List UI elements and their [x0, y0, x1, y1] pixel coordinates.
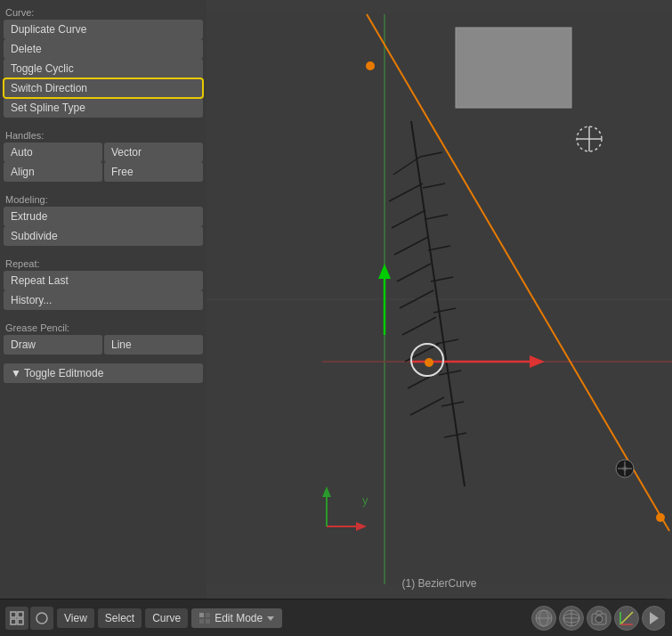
svg-rect-55 — [199, 619, 204, 624]
svg-rect-5 — [456, 28, 571, 108]
scene-icon[interactable] — [5, 607, 28, 630]
curve-menu-button[interactable]: Curve — [145, 608, 188, 628]
svg-rect-56 — [206, 619, 210, 624]
switch-direction-button[interactable]: Switch Direction — [4, 78, 203, 98]
svg-point-35 — [425, 358, 433, 367]
toggle-cyclic-button[interactable]: Toggle Cyclic — [4, 59, 203, 78]
sphere-icon[interactable] — [531, 606, 556, 631]
svg-rect-49 — [18, 612, 23, 617]
bezier-info: (1) BezierCurve — [401, 577, 476, 590]
sidebar: Curve: Duplicate Curve Delete Toggle Cyc… — [0, 0, 206, 599]
toggle-editmode-button[interactable]: ▼ Toggle Editmode — [4, 363, 203, 383]
grease-pencil-section: Grease Pencil: Draw Line — [4, 319, 203, 355]
free-button[interactable]: Free — [104, 162, 203, 182]
svg-rect-50 — [11, 619, 16, 624]
vector-button[interactable]: Vector — [104, 143, 203, 162]
viewport[interactable]: y (1) BezierCurve — [206, 0, 672, 599]
select-menu-button[interactable]: Select — [98, 608, 142, 628]
repeat-section: Repeat: Repeat Last History... — [4, 255, 203, 310]
mode-dropdown-icon — [266, 614, 275, 623]
modeling-section: Modeling: Extrude Subdivide — [4, 191, 203, 246]
repeat-last-button[interactable]: Repeat Last — [4, 271, 203, 290]
bottom-right-icons — [531, 606, 667, 631]
svg-rect-51 — [18, 619, 23, 624]
curve-section: Curve: Duplicate Curve Delete Toggle Cyc… — [4, 4, 203, 118]
draw-button[interactable]: Draw — [4, 335, 102, 355]
svg-rect-54 — [206, 613, 210, 617]
svg-line-68 — [620, 612, 633, 624]
grease-pencil-label: Grease Pencil: — [4, 319, 203, 335]
globe-icon[interactable] — [559, 606, 584, 631]
toggle-editmode-section: ▼ Toggle Editmode — [4, 363, 203, 383]
view-menu-button[interactable]: View — [57, 608, 94, 628]
extrude-button[interactable]: Extrude — [4, 207, 203, 226]
svg-text:y: y — [362, 493, 368, 507]
handles-row-1: Auto Vector — [4, 143, 203, 162]
set-spline-type-button[interactable]: Set Spline Type — [4, 98, 203, 118]
axis-icon[interactable] — [614, 606, 639, 631]
line-button[interactable]: Line — [104, 335, 203, 355]
svg-rect-53 — [199, 613, 204, 617]
main-area: Curve: Duplicate Curve Delete Toggle Cyc… — [0, 0, 672, 599]
modeling-section-label: Modeling: — [4, 191, 203, 207]
history-button[interactable]: History... — [4, 290, 203, 310]
handles-section: Handles: Auto Vector Align Free — [4, 126, 203, 182]
viewport-svg: y — [206, 0, 672, 599]
delete-button[interactable]: Delete — [4, 39, 203, 59]
align-button[interactable]: Align — [4, 162, 102, 182]
svg-rect-67 — [596, 611, 602, 615]
repeat-section-label: Repeat: — [4, 255, 203, 271]
bottom-bar: View Select Curve Edit Mode — [0, 599, 672, 636]
mode-selector[interactable]: Edit Mode — [191, 608, 282, 628]
duplicate-curve-button[interactable]: Duplicate Curve — [4, 20, 203, 39]
svg-rect-48 — [11, 612, 16, 617]
mode-label: Edit Mode — [215, 612, 263, 624]
auto-button[interactable]: Auto — [4, 143, 102, 162]
handles-section-label: Handles: — [4, 126, 203, 143]
bottom-left-icons — [5, 607, 53, 630]
subdivide-button[interactable]: Subdivide — [4, 226, 203, 246]
svg-point-29 — [656, 513, 665, 522]
svg-point-52 — [36, 613, 47, 624]
svg-point-66 — [595, 616, 603, 623]
mode-icon — [198, 612, 211, 624]
curve-section-label: Curve: — [4, 4, 203, 20]
svg-marker-71 — [650, 612, 659, 624]
circle-icon[interactable] — [30, 607, 53, 630]
arrow-icon[interactable] — [642, 606, 667, 631]
svg-point-28 — [366, 61, 375, 70]
svg-marker-57 — [267, 616, 274, 621]
handles-row-2: Align Free — [4, 162, 203, 182]
camera-icon[interactable] — [587, 606, 611, 631]
grease-pencil-row: Draw Line — [4, 335, 203, 355]
